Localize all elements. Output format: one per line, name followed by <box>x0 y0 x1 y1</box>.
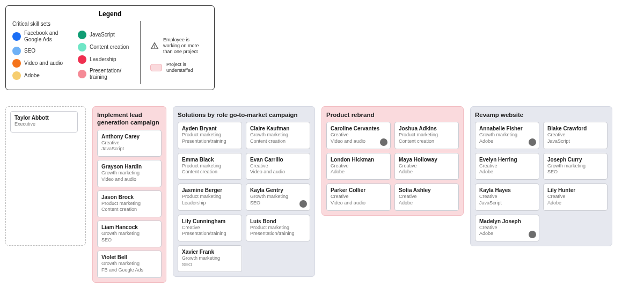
person-card[interactable]: Taylor AbbottExecutive <box>10 111 78 133</box>
person-name: Annabelle Fisher <box>479 125 535 132</box>
person-role: Creative <box>331 163 386 170</box>
person-role: Growth marketing <box>250 132 306 138</box>
legend-note-warning: Employee is working on more than one pro… <box>163 37 204 54</box>
person-skill: Adobe <box>399 169 455 175</box>
skill-label: SEO <box>24 48 35 54</box>
person-role: Creative <box>399 194 455 200</box>
legend-skill-row: JavaScript <box>78 31 133 39</box>
project-group[interactable]: Implement lead generation campaignAnthon… <box>92 106 166 283</box>
project-group[interactable]: Solutions by role go-to-market campaignA… <box>173 106 315 277</box>
person-card[interactable]: Lily HunterCreativeAdobe <box>543 183 608 210</box>
person-role: Product marketing <box>182 132 238 138</box>
person-card[interactable]: Evelyn HerringCreativeAdobe <box>475 153 539 180</box>
person-name: Kayla Hayes <box>479 187 535 194</box>
person-card[interactable]: London HickmanCreativeAdobe <box>326 153 391 180</box>
card-list: Caroline CervantesCreativeVideo and audi… <box>326 122 459 210</box>
person-role: Product marketing <box>250 225 306 231</box>
person-card[interactable]: Jasmine BergerProduct marketingLeadershi… <box>178 183 242 210</box>
person-skill: Presentation/training <box>182 138 238 145</box>
person-role: Growth marketing <box>101 170 157 177</box>
person-role: Creative <box>547 194 603 200</box>
multi-project-badge <box>380 138 387 146</box>
person-card[interactable]: Claire KaufmanGrowth marketingContent cr… <box>246 122 310 149</box>
person-skill: Adobe <box>547 200 603 207</box>
multi-project-badge <box>529 138 536 146</box>
person-card[interactable]: Caroline CervantesCreativeVideo and audi… <box>326 122 391 149</box>
person-role: Creative <box>479 225 535 231</box>
person-card[interactable]: Joshua AdkinsProduct marketingContent cr… <box>394 122 459 149</box>
person-role: Product marketing <box>399 132 455 138</box>
project-title: Implement lead generation campaign <box>97 111 162 127</box>
person-name: Xavier Frank <box>182 248 238 255</box>
skill-label: Facebook and Google Ads <box>24 30 67 43</box>
skill-dot <box>78 55 86 64</box>
person-skill: Adobe <box>479 231 535 237</box>
person-card[interactable]: Ayden BryantProduct marketingPresentatio… <box>178 122 242 149</box>
person-card[interactable]: Luis BondProduct marketingPresentation/t… <box>246 215 310 241</box>
person-card[interactable]: Madelyn JosephCreativeAdobe <box>475 215 539 241</box>
person-card[interactable]: Joseph CurryGrowth marketingSEO <box>543 153 608 180</box>
project-board: Taylor AbbottExecutive Implement lead ge… <box>5 106 639 283</box>
person-card[interactable]: Annabelle FisherGrowth marketingAdobe <box>475 122 539 149</box>
person-card[interactable]: Kayla GentryGrowth marketingSEO <box>246 183 310 210</box>
person-skill: Video and audio <box>331 200 386 207</box>
person-card[interactable]: Violet BellGrowth marketingFB and Google… <box>97 251 162 277</box>
legend-notes: Employee is working on more than one pro… <box>150 21 204 84</box>
person-card[interactable]: Kayla HayesCreativeJavaScript <box>475 183 539 210</box>
project-group[interactable]: Product rebrandCaroline CervantesCreativ… <box>321 106 464 216</box>
person-role: Creative <box>479 194 535 200</box>
person-name: Lily Hunter <box>547 187 603 194</box>
card-list: Annabelle FisherGrowth marketingAdobeBla… <box>475 122 608 241</box>
person-role: Creative <box>182 225 238 231</box>
person-name: Parker Collier <box>331 187 386 194</box>
person-card[interactable]: Parker CollierCreativeVideo and audio <box>326 183 391 210</box>
person-card[interactable]: Anthony CareyCreativeJavaScript <box>97 130 162 157</box>
person-card[interactable]: Xavier FrankGrowth marketingSEO <box>178 245 242 272</box>
person-skill: JavaScript <box>479 200 535 207</box>
person-role: Creative <box>479 163 535 170</box>
warning-icon <box>150 41 159 50</box>
person-name: Anthony Carey <box>101 133 157 140</box>
person-card[interactable]: Maya HollowayCreativeAdobe <box>394 153 459 180</box>
person-name: Kayla Gentry <box>250 187 306 194</box>
person-skill: Leadership <box>182 200 238 207</box>
person-card[interactable]: Blake CrawfordCreativeJavaScript <box>543 122 608 149</box>
person-card[interactable]: Jason BrockProduct marketingContent crea… <box>97 190 162 217</box>
person-role: Growth marketing <box>182 255 238 262</box>
person-role: Creative <box>101 140 157 146</box>
skill-dot <box>12 32 21 41</box>
person-card[interactable]: Grayson HardinGrowth marketingVideo and … <box>97 160 162 187</box>
person-role: Growth marketing <box>250 194 306 200</box>
person-card[interactable]: Evan CarrilloCreativeVideo and audio <box>246 153 310 180</box>
legend-skill-row: Adobe <box>12 71 67 80</box>
skill-label: Adobe <box>24 72 40 79</box>
person-skill: Content creation <box>182 169 238 175</box>
person-skill: Adobe <box>399 200 455 207</box>
person-skill: SEO <box>101 237 157 244</box>
person-card[interactable]: Liam HancockGrowth marketingSEO <box>97 221 162 247</box>
person-skill: Content creation <box>101 207 157 213</box>
person-skill: Video and audio <box>331 138 386 145</box>
project-group[interactable]: Revamp websiteAnnabelle FisherGrowth mar… <box>470 106 612 246</box>
person-role: Creative <box>331 194 386 200</box>
person-role: Creative <box>547 132 603 138</box>
person-name: Emma Black <box>182 156 238 163</box>
person-name: Ayden Bryant <box>182 125 238 132</box>
person-name: Sofia Ashley <box>399 187 455 194</box>
person-skill: Video and audio <box>250 169 306 175</box>
person-name: Liam Hancock <box>101 224 157 231</box>
person-card[interactable]: Sofia AshleyCreativeAdobe <box>394 183 459 210</box>
card-list: Anthony CareyCreativeJavaScriptGrayson H… <box>97 130 162 278</box>
unassigned-group[interactable]: Taylor AbbottExecutive <box>5 106 86 246</box>
legend-skill-row: SEO <box>12 47 67 55</box>
person-card[interactable]: Emma BlackProduct marketingContent creat… <box>178 153 242 180</box>
skill-dot <box>12 71 21 80</box>
skill-label: Leadership <box>90 56 116 63</box>
person-name: Joseph Curry <box>547 156 603 163</box>
person-name: Madelyn Joseph <box>479 218 535 225</box>
legend-note-understaffed: Project is understaffed <box>166 62 204 74</box>
person-skill: SEO <box>182 262 238 268</box>
person-role: Growth marketing <box>101 231 157 237</box>
person-card[interactable]: Lily CunninghamCreativePresentation/trai… <box>178 215 242 241</box>
multi-project-badge <box>299 200 307 208</box>
